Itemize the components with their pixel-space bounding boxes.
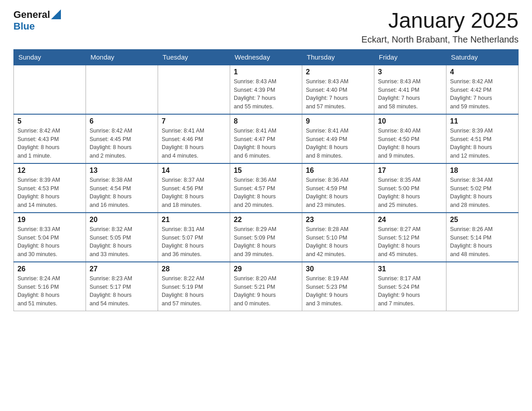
calendar-cell: 13Sunrise: 8:38 AMSunset: 4:54 PMDayligh… [86, 163, 158, 213]
day-info: Sunrise: 8:42 AMSunset: 4:42 PMDaylight:… [450, 77, 515, 111]
day-info: Sunrise: 8:24 AMSunset: 5:16 PMDaylight:… [17, 274, 82, 308]
day-number: 17 [378, 167, 442, 175]
day-info: Sunrise: 8:26 AMSunset: 5:14 PMDaylight:… [450, 225, 515, 259]
day-number: 18 [450, 167, 515, 175]
calendar-cell [14, 65, 86, 114]
calendar-subtitle: Eckart, North Brabant, The Netherlands [361, 34, 519, 45]
day-number: 8 [234, 117, 298, 125]
day-info: Sunrise: 8:39 AMSunset: 4:51 PMDaylight:… [450, 127, 515, 160]
day-info: Sunrise: 8:42 AMSunset: 4:43 PMDaylight:… [17, 127, 82, 160]
day-number: 26 [17, 265, 82, 273]
day-header-tuesday: Tuesday [158, 49, 230, 65]
calendar-cell: 2Sunrise: 8:43 AMSunset: 4:40 PMDaylight… [302, 65, 374, 114]
day-number: 25 [450, 216, 515, 224]
day-number: 4 [450, 68, 515, 76]
day-info: Sunrise: 8:38 AMSunset: 4:54 PMDaylight:… [90, 176, 154, 210]
day-number: 19 [17, 216, 82, 224]
day-info: Sunrise: 8:41 AMSunset: 4:49 PMDaylight:… [306, 127, 370, 160]
day-info: Sunrise: 8:43 AMSunset: 4:41 PMDaylight:… [378, 77, 442, 111]
day-info: Sunrise: 8:35 AMSunset: 5:00 PMDaylight:… [378, 176, 442, 210]
week-row-4: 19Sunrise: 8:33 AMSunset: 5:04 PMDayligh… [14, 213, 519, 262]
week-row-2: 5Sunrise: 8:42 AMSunset: 4:43 PMDaylight… [14, 114, 519, 163]
day-number: 14 [162, 167, 226, 175]
day-info: Sunrise: 8:41 AMSunset: 4:46 PMDaylight:… [162, 127, 226, 160]
calendar-cell: 24Sunrise: 8:27 AMSunset: 5:12 PMDayligh… [374, 213, 446, 262]
day-header-saturday: Saturday [446, 49, 519, 65]
calendar-cell: 18Sunrise: 8:34 AMSunset: 5:02 PMDayligh… [446, 163, 519, 213]
calendar-table: SundayMondayTuesdayWednesdayThursdayFrid… [13, 49, 519, 311]
calendar-cell: 20Sunrise: 8:32 AMSunset: 5:05 PMDayligh… [86, 213, 158, 262]
calendar-cell: 4Sunrise: 8:42 AMSunset: 4:42 PMDaylight… [446, 65, 519, 114]
day-info: Sunrise: 8:37 AMSunset: 4:56 PMDaylight:… [162, 176, 226, 210]
day-number: 12 [17, 167, 82, 175]
day-number: 9 [306, 117, 370, 125]
calendar-cell [86, 65, 158, 114]
day-info: Sunrise: 8:40 AMSunset: 4:50 PMDaylight:… [378, 127, 442, 160]
calendar-cell: 5Sunrise: 8:42 AMSunset: 4:43 PMDaylight… [14, 114, 86, 163]
calendar-cell: 10Sunrise: 8:40 AMSunset: 4:50 PMDayligh… [374, 114, 446, 163]
day-header-thursday: Thursday [302, 49, 374, 65]
page-header: General Blue January 2025 Eckart, North … [13, 9, 519, 45]
day-info: Sunrise: 8:33 AMSunset: 5:04 PMDaylight:… [17, 225, 82, 259]
week-row-3: 12Sunrise: 8:39 AMSunset: 4:53 PMDayligh… [14, 163, 519, 213]
calendar-cell: 14Sunrise: 8:37 AMSunset: 4:56 PMDayligh… [158, 163, 230, 213]
day-number: 28 [162, 265, 226, 273]
day-info: Sunrise: 8:34 AMSunset: 5:02 PMDaylight:… [450, 176, 515, 210]
calendar-cell: 28Sunrise: 8:22 AMSunset: 5:19 PMDayligh… [158, 262, 230, 311]
week-row-5: 26Sunrise: 8:24 AMSunset: 5:16 PMDayligh… [14, 262, 519, 311]
day-number: 3 [378, 68, 442, 76]
calendar-cell: 30Sunrise: 8:19 AMSunset: 5:23 PMDayligh… [302, 262, 374, 311]
day-number: 29 [234, 265, 298, 273]
day-number: 16 [306, 167, 370, 175]
week-row-1: 1Sunrise: 8:43 AMSunset: 4:39 PMDaylight… [14, 65, 519, 114]
day-number: 20 [90, 216, 154, 224]
calendar-cell: 22Sunrise: 8:29 AMSunset: 5:09 PMDayligh… [230, 213, 302, 262]
day-number: 1 [234, 68, 298, 76]
calendar-cell: 15Sunrise: 8:36 AMSunset: 4:57 PMDayligh… [230, 163, 302, 213]
calendar-cell: 8Sunrise: 8:41 AMSunset: 4:47 PMDaylight… [230, 114, 302, 163]
calendar-cell: 6Sunrise: 8:42 AMSunset: 4:45 PMDaylight… [86, 114, 158, 163]
calendar-cell: 31Sunrise: 8:17 AMSunset: 5:24 PMDayligh… [374, 262, 446, 311]
calendar-cell: 29Sunrise: 8:20 AMSunset: 5:21 PMDayligh… [230, 262, 302, 311]
day-info: Sunrise: 8:31 AMSunset: 5:07 PMDaylight:… [162, 225, 226, 259]
day-number: 24 [378, 216, 442, 224]
day-number: 22 [234, 216, 298, 224]
calendar-cell: 1Sunrise: 8:43 AMSunset: 4:39 PMDaylight… [230, 65, 302, 114]
day-header-sunday: Sunday [14, 49, 86, 65]
day-info: Sunrise: 8:42 AMSunset: 4:45 PMDaylight:… [90, 127, 154, 160]
calendar-cell: 19Sunrise: 8:33 AMSunset: 5:04 PMDayligh… [14, 213, 86, 262]
calendar-cell: 11Sunrise: 8:39 AMSunset: 4:51 PMDayligh… [446, 114, 519, 163]
day-info: Sunrise: 8:29 AMSunset: 5:09 PMDaylight:… [234, 225, 298, 259]
day-info: Sunrise: 8:43 AMSunset: 4:40 PMDaylight:… [306, 77, 370, 111]
day-info: Sunrise: 8:27 AMSunset: 5:12 PMDaylight:… [378, 225, 442, 259]
day-number: 15 [234, 167, 298, 175]
day-number: 30 [306, 265, 370, 273]
calendar-cell: 25Sunrise: 8:26 AMSunset: 5:14 PMDayligh… [446, 213, 519, 262]
day-number: 7 [162, 117, 226, 125]
day-number: 11 [450, 117, 515, 125]
calendar-cell: 3Sunrise: 8:43 AMSunset: 4:41 PMDaylight… [374, 65, 446, 114]
calendar-cell: 12Sunrise: 8:39 AMSunset: 4:53 PMDayligh… [14, 163, 86, 213]
calendar-cell: 17Sunrise: 8:35 AMSunset: 5:00 PMDayligh… [374, 163, 446, 213]
day-info: Sunrise: 8:19 AMSunset: 5:23 PMDaylight:… [306, 274, 370, 308]
header-row: SundayMondayTuesdayWednesdayThursdayFrid… [14, 49, 519, 65]
day-info: Sunrise: 8:28 AMSunset: 5:10 PMDaylight:… [306, 225, 370, 259]
calendar-cell: 9Sunrise: 8:41 AMSunset: 4:49 PMDaylight… [302, 114, 374, 163]
day-info: Sunrise: 8:17 AMSunset: 5:24 PMDaylight:… [378, 274, 442, 308]
calendar-cell: 21Sunrise: 8:31 AMSunset: 5:07 PMDayligh… [158, 213, 230, 262]
day-info: Sunrise: 8:43 AMSunset: 4:39 PMDaylight:… [234, 77, 298, 111]
day-number: 2 [306, 68, 370, 76]
day-number: 21 [162, 216, 226, 224]
calendar-cell: 7Sunrise: 8:41 AMSunset: 4:46 PMDaylight… [158, 114, 230, 163]
day-header-monday: Monday [86, 49, 158, 65]
day-number: 31 [378, 265, 442, 273]
logo: General Blue [13, 9, 61, 32]
svg-marker-0 [51, 9, 61, 19]
day-info: Sunrise: 8:22 AMSunset: 5:19 PMDaylight:… [162, 274, 226, 308]
day-info: Sunrise: 8:23 AMSunset: 5:17 PMDaylight:… [90, 274, 154, 308]
day-info: Sunrise: 8:32 AMSunset: 5:05 PMDaylight:… [90, 225, 154, 259]
calendar-title: January 2025 [361, 9, 519, 33]
day-number: 13 [90, 167, 154, 175]
calendar-cell: 27Sunrise: 8:23 AMSunset: 5:17 PMDayligh… [86, 262, 158, 311]
calendar-cell: 16Sunrise: 8:36 AMSunset: 4:59 PMDayligh… [302, 163, 374, 213]
